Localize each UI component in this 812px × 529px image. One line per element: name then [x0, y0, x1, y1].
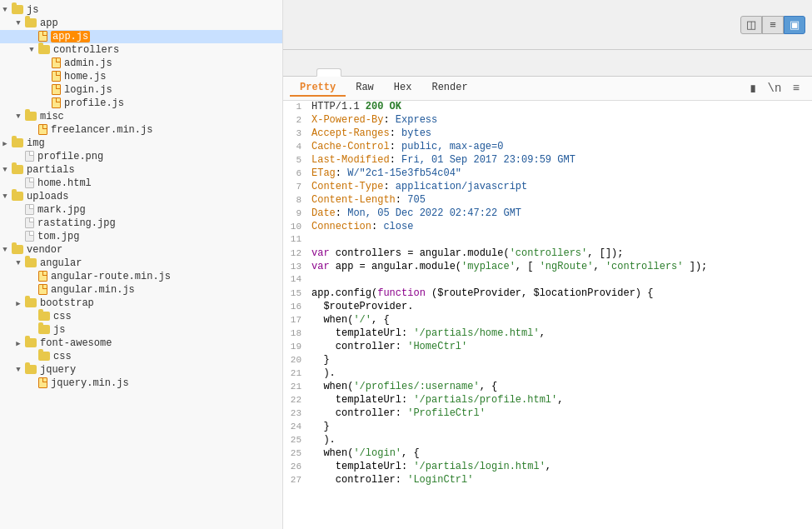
file-icon — [25, 231, 34, 242]
tree-item-label: tom.jpg — [37, 231, 79, 242]
line-content: var controllers = angular.module('contro… — [308, 247, 812, 259]
code-line: 20 } — [283, 354, 812, 367]
view-toggle-group: ◫ ≡ ▣ — [740, 16, 805, 34]
folder-icon — [25, 364, 37, 376]
code-line: 8Content-Length: 705 — [283, 194, 812, 207]
code-line: 9Date: Mon, 05 Dec 2022 02:47:22 GMT — [283, 207, 812, 221]
tree-item-misc[interactable]: ▼misc — [0, 110, 282, 123]
folder-icon — [12, 191, 23, 202]
tree-item-label: controllers — [53, 44, 119, 56]
file-icon — [25, 151, 34, 162]
file-js-icon — [52, 97, 61, 109]
line-number: 7 — [283, 182, 308, 192]
menu-icon[interactable]: ≡ — [787, 80, 805, 97]
tree-item-rastating.jpg[interactable]: rastating.jpg — [0, 217, 282, 230]
tree-item-angular.min.js[interactable]: angular.min.js — [0, 283, 282, 297]
tree-item-label: login.js — [64, 84, 112, 96]
tree-item-profile.js[interactable]: profile.js — [0, 97, 282, 110]
tree-item-img[interactable]: ▶img — [0, 137, 282, 150]
tree-item-font-awesome[interactable]: ▶font-awesome — [0, 337, 282, 350]
format-tabs-right: ∎ \n ≡ — [744, 80, 805, 97]
tree-item-app[interactable]: ▼app — [0, 17, 282, 30]
line-number: 22 — [283, 395, 308, 405]
line-number: 19 — [283, 342, 308, 352]
line-number: 9 — [283, 208, 308, 218]
fmt-tab-raw[interactable]: Raw — [346, 80, 384, 97]
tree-item-label: jquery — [40, 364, 76, 376]
code-line: 10Connection: close — [283, 221, 812, 234]
file-js-icon — [38, 377, 47, 389]
top-toolbar: ◫ ≡ ▣ — [283, 0, 812, 50]
tree-item-label: angular — [40, 257, 82, 269]
tree-item-label: vendor — [27, 244, 62, 256]
file-icon — [25, 217, 34, 229]
line-number: 2 — [283, 115, 308, 125]
tree-item-app.js[interactable]: app.js — [0, 30, 282, 43]
tree-item-css-b[interactable]: css — [0, 310, 282, 323]
fmt-tab-pretty[interactable]: Pretty — [290, 80, 346, 97]
line-content: templateUrl: '/partials/login.html', — [308, 461, 812, 472]
tree-item-label: css — [53, 351, 72, 362]
tree-item-home.html[interactable]: home.html — [0, 177, 282, 190]
code-line: 13var app = angular.module('myplace', [ … — [283, 261, 812, 274]
newline-icon[interactable]: \n — [765, 80, 784, 97]
folder-icon — [25, 257, 37, 269]
tree-item-label: admin.js — [64, 57, 112, 69]
tree-item-home.js[interactable]: home.js — [0, 70, 282, 83]
tree-item-label: bootstrap — [40, 297, 94, 309]
view-list-button[interactable]: ≡ — [762, 16, 784, 34]
tree-item-js[interactable]: ▼js — [0, 3, 282, 17]
tree-item-admin.js[interactable]: admin.js — [0, 57, 282, 70]
line-content: ). — [308, 434, 812, 446]
tree-item-js-b[interactable]: js — [0, 323, 282, 337]
file-js-icon — [38, 271, 47, 282]
file-icon — [25, 204, 34, 216]
fmt-tab-render[interactable]: Render — [421, 80, 477, 97]
view-detail-button[interactable]: ▣ — [784, 16, 805, 34]
tree-item-bootstrap[interactable]: ▶bootstrap — [0, 297, 282, 310]
tree-item-label: profile.js — [64, 97, 124, 109]
line-content: when('/profiles/:username', { — [308, 381, 812, 392]
format-tabs-left: Pretty Raw Hex Render — [290, 80, 478, 97]
code-line: 25 when('/login', { — [283, 447, 812, 461]
tree-item-partials[interactable]: ▼partials — [0, 163, 282, 177]
line-number: 10 — [283, 222, 308, 232]
tree-arrow-icon: ▼ — [0, 246, 10, 254]
tree-item-freelancer.min.js[interactable]: freelancer.min.js — [0, 123, 282, 137]
tree-item-vendor[interactable]: ▼vendor — [0, 243, 282, 257]
tree-item-jquery[interactable]: ▼jquery — [0, 363, 282, 377]
tree-item-css-f[interactable]: css — [0, 350, 282, 363]
wrap-icon[interactable]: ∎ — [744, 80, 762, 97]
line-content: Accept-Ranges: bytes — [308, 127, 812, 139]
fmt-tab-hex[interactable]: Hex — [384, 80, 422, 97]
tree-item-login.js[interactable]: login.js — [0, 83, 282, 97]
tree-item-angular-route.min.js[interactable]: angular-route.min.js — [0, 270, 282, 283]
tree-item-label: js — [27, 4, 38, 16]
code-line: 17 when('/', { — [283, 314, 812, 327]
tree-item-mark.jpg[interactable]: mark.jpg — [0, 203, 282, 217]
tree-arrow-icon: ▼ — [0, 192, 10, 201]
folder-icon — [12, 4, 23, 16]
tree-item-uploads[interactable]: ▼uploads — [0, 190, 282, 203]
tree-item-jquery.min.js[interactable]: jquery.min.js — [0, 377, 282, 390]
tree-item-profile.png[interactable]: profile.png — [0, 150, 282, 163]
line-content: when('/', { — [308, 314, 812, 326]
tree-item-label: angular-route.min.js — [51, 271, 171, 282]
view-grid-button[interactable]: ◫ — [740, 16, 762, 34]
file-tree: ▼js▼appapp.js▼controllersadmin.jshome.js… — [0, 0, 283, 529]
tab-request[interactable] — [290, 68, 315, 76]
tree-arrow-icon: ▶ — [13, 299, 23, 308]
line-number: 12 — [283, 248, 308, 258]
line-number: 13 — [283, 262, 308, 272]
tree-item-angular[interactable]: ▼angular — [0, 257, 282, 270]
tree-item-tom.jpg[interactable]: tom.jpg — [0, 230, 282, 243]
code-area: 1HTTP/1.1 200 OK2X-Powered-By: Express3A… — [283, 101, 812, 529]
line-number: 21 — [283, 368, 308, 378]
code-line: 15app.config(function ($routeProvider, $… — [283, 287, 812, 301]
tree-item-controllers[interactable]: ▼controllers — [0, 43, 282, 57]
code-line: 3Accept-Ranges: bytes — [283, 127, 812, 141]
right-panel: ◫ ≡ ▣ Pretty Raw Hex Render ∎ \n ≡ 1HTTP… — [283, 0, 812, 529]
line-content: Last-Modified: Fri, 01 Sep 2017 23:09:59… — [308, 154, 812, 166]
code-line: 7Content-Type: application/javascript — [283, 181, 812, 194]
tab-response[interactable] — [316, 68, 341, 77]
